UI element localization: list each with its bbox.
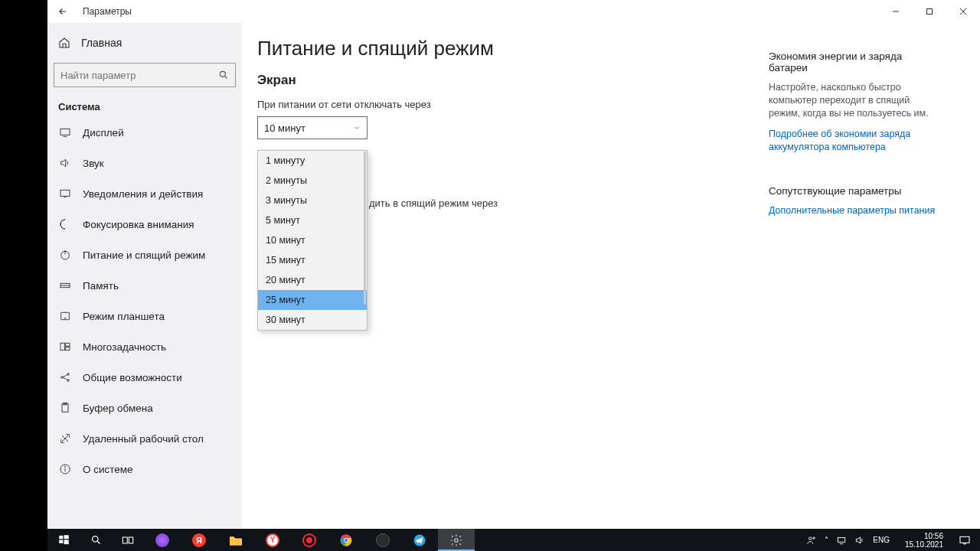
back-button[interactable] — [47, 6, 78, 17]
sidebar-item-about[interactable]: О системе — [47, 454, 242, 484]
system-tray[interactable]: ˄ ENG — [800, 535, 896, 546]
telegram-icon — [413, 533, 426, 547]
svg-line-31 — [97, 541, 100, 543]
sidebar-item-label: Общие возможности — [83, 372, 182, 383]
sidebar-category: Система — [47, 95, 242, 117]
svg-point-18 — [61, 377, 64, 379]
screen-off-label: При питании от сети отключать через — [257, 99, 763, 110]
rp-heading-related: Сопутствующие параметры — [769, 185, 940, 197]
taskbar-app-yandex-browser[interactable]: Y — [254, 529, 291, 551]
svg-rect-28 — [59, 540, 63, 543]
taskbar-app-telegram[interactable] — [401, 529, 438, 551]
screen-off-value: 10 минут — [264, 122, 305, 134]
taskbar-app-chrome[interactable] — [328, 529, 364, 551]
sidebar-item-remote[interactable]: Удаленный рабочий стол — [47, 423, 242, 454]
shared-icon — [58, 371, 72, 383]
sidebar-item-storage[interactable]: Память — [47, 270, 242, 301]
sleep-label-partial: дить в спящий режим через — [369, 197, 763, 209]
sidebar-item-sound[interactable]: Звук — [47, 148, 242, 178]
dropdown-popup[interactable]: 1 минуту2 минуты3 минуты5 минут10 минут1… — [257, 150, 368, 331]
taskbar: Я Y ˄ ENG 10:56 15.10.2021 — [47, 529, 980, 551]
sidebar-item-tablet[interactable]: Режим планшета — [47, 301, 242, 331]
start-button[interactable] — [47, 529, 80, 551]
taskbar-app-1[interactable] — [144, 529, 181, 551]
taskbar-left: Я Y — [47, 529, 475, 551]
sidebar-item-shared[interactable]: Общие возможности — [47, 362, 242, 393]
svg-rect-1 — [927, 9, 933, 15]
sidebar-item-label: О системе — [83, 464, 133, 475]
rp-link-power-options[interactable]: Дополнительные параметры питания — [769, 204, 940, 217]
sidebar-item-display[interactable]: Дисплей — [47, 117, 242, 148]
svg-rect-32 — [122, 537, 127, 543]
dropdown-option[interactable]: 1 минуту — [258, 151, 367, 171]
titlebar: Параметры — [47, 0, 980, 23]
dropdown-option[interactable]: 25 минут — [258, 290, 367, 310]
display-icon — [58, 127, 72, 138]
volume-icon — [854, 535, 865, 546]
dropdown-option[interactable]: 3 минуты — [258, 191, 367, 210]
sidebar-item-label: Удаленный рабочий стол — [83, 433, 204, 445]
search-box[interactable] — [54, 63, 236, 87]
content-row: Главная Система ДисплейЗвукУведомления и… — [47, 23, 980, 529]
sidebar: Главная Система ДисплейЗвукУведомления и… — [47, 23, 242, 529]
record-icon — [302, 533, 316, 547]
sidebar-home[interactable]: Главная — [47, 28, 242, 58]
screen-off-dropdown[interactable]: 10 минут — [257, 116, 368, 139]
svg-rect-16 — [66, 343, 70, 346]
rp-heading-energy: Экономия энергии и заряда батареи — [769, 51, 940, 73]
rp-link-battery[interactable]: Подробнее об экономии заряда аккумулятор… — [769, 128, 940, 154]
dropdown-option[interactable]: 15 минут — [258, 250, 367, 270]
taskbar-app-yandex[interactable]: Я — [181, 529, 217, 551]
dropdown-option[interactable]: 20 минут — [258, 270, 367, 290]
svg-point-39 — [455, 538, 459, 542]
people-icon — [806, 535, 817, 546]
action-center-button[interactable] — [952, 529, 977, 551]
svg-point-30 — [92, 536, 98, 543]
sidebar-item-label: Буфер обмена — [83, 403, 153, 414]
svg-rect-29 — [64, 540, 68, 545]
sound-icon — [58, 157, 72, 169]
taskbar-search[interactable] — [80, 529, 112, 551]
tray-lang[interactable]: ENG — [873, 536, 890, 544]
taskbar-app-explorer[interactable] — [217, 529, 254, 551]
sidebar-item-clipboard[interactable]: Буфер обмена — [47, 393, 242, 423]
close-button[interactable] — [946, 0, 980, 23]
dropdown-option[interactable]: 5 минут — [258, 210, 367, 230]
svg-point-19 — [67, 373, 70, 376]
gear-icon — [449, 533, 463, 547]
dropdown-option[interactable]: 10 минут — [258, 230, 367, 250]
storage-icon — [58, 281, 72, 290]
dropdown-option[interactable]: 30 минут — [258, 310, 367, 330]
sidebar-item-multitask[interactable]: Многозадачность — [47, 331, 242, 362]
sidebar-item-focus[interactable]: Фокусировка внимания — [47, 209, 242, 240]
svg-rect-6 — [60, 129, 70, 135]
right-panel: Экономия энергии и заряда батареи Настро… — [763, 37, 962, 529]
maximize-button[interactable] — [913, 0, 946, 23]
tray-chevron-up-icon[interactable]: ˄ — [825, 536, 828, 544]
notify-icon — [58, 188, 72, 199]
taskbar-app-obs[interactable] — [364, 529, 401, 551]
network-icon — [836, 535, 847, 546]
sidebar-item-notify[interactable]: Уведомления и действия — [47, 178, 242, 209]
tablet-icon — [58, 311, 72, 321]
svg-point-40 — [809, 536, 812, 540]
dropdown-scrollbar[interactable] — [364, 152, 366, 305]
svg-point-20 — [67, 380, 70, 382]
sidebar-item-power[interactable]: Питание и спящий режим — [47, 240, 242, 270]
taskbar-app-record[interactable] — [291, 529, 328, 551]
sidebar-item-label: Питание и спящий режим — [83, 249, 205, 261]
taskbar-clock[interactable]: 10:56 15.10.2021 — [899, 532, 949, 549]
svg-rect-15 — [60, 343, 64, 350]
sidebar-item-label: Режим планшета — [83, 311, 165, 322]
sidebar-item-label: Фокусировка внимания — [83, 219, 194, 230]
minimize-button[interactable] — [879, 0, 913, 23]
sidebar-item-label: Уведомления и действия — [83, 188, 203, 200]
dropdown-option[interactable]: 2 минуты — [258, 171, 367, 191]
svg-rect-34 — [230, 539, 242, 545]
search-input[interactable] — [60, 70, 218, 81]
task-view-button[interactable] — [112, 529, 144, 551]
app-icon-purple — [155, 533, 169, 547]
chevron-down-icon — [353, 124, 361, 132]
taskbar-app-settings[interactable] — [438, 529, 475, 551]
sidebar-item-label: Многозадачность — [83, 341, 166, 353]
